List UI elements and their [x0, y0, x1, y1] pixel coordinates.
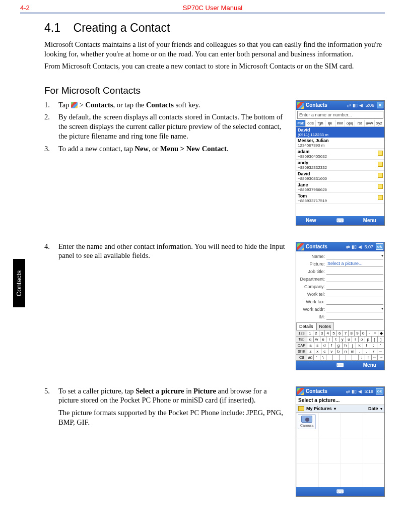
key[interactable]: n	[343, 349, 350, 355]
key[interactable]: ←	[372, 355, 378, 361]
key[interactable]: 0	[361, 330, 367, 337]
alpha-tab[interactable]: ijk	[325, 120, 335, 126]
key[interactable]: [	[372, 337, 378, 343]
picture-grid[interactable]: Camera	[296, 413, 384, 487]
key[interactable]: .	[363, 349, 370, 355]
key[interactable]: 4	[325, 330, 331, 337]
key[interactable]: 123	[296, 330, 307, 337]
key[interactable]: Shift	[296, 349, 307, 355]
key[interactable]: ◆	[378, 330, 384, 337]
key[interactable]: 7	[343, 330, 349, 337]
start-menu-icon[interactable]	[297, 102, 304, 109]
field-input[interactable]	[326, 284, 383, 290]
key[interactable]: ,	[356, 349, 363, 355]
alpha-tab[interactable]: opq	[345, 120, 355, 126]
ok-button[interactable]: ok	[376, 388, 383, 394]
alpha-tab[interactable]: rst	[355, 120, 365, 126]
key[interactable]: =	[372, 330, 378, 337]
key[interactable]: Ctl	[296, 355, 307, 361]
contact-row[interactable]: Messer, Julian1234567890 m	[296, 138, 384, 149]
key[interactable]: 1	[307, 330, 313, 337]
key[interactable]	[340, 355, 346, 361]
key[interactable]: 2	[313, 330, 319, 337]
key[interactable]: ↓	[359, 355, 365, 361]
key[interactable]: i	[352, 337, 359, 343]
alpha-tab[interactable]: xyz	[375, 120, 384, 126]
field-input[interactable]	[326, 269, 383, 275]
key[interactable]: c	[321, 349, 328, 355]
sip-toggle-icon[interactable]	[325, 489, 355, 494]
key[interactable]: CAP	[296, 343, 307, 349]
softkey-menu[interactable]: Menu	[355, 362, 384, 368]
key[interactable]: k	[356, 343, 363, 349]
key[interactable]: a	[307, 343, 314, 349]
key[interactable]: r	[326, 337, 333, 343]
contact-row[interactable]: Tom+886933717519	[296, 193, 384, 204]
key[interactable]: e	[320, 337, 327, 343]
key[interactable]: /	[370, 349, 377, 355]
key[interactable]: Tab	[296, 337, 307, 343]
key[interactable]: q	[307, 337, 314, 343]
key[interactable]	[352, 355, 359, 361]
key[interactable]: ]	[378, 337, 384, 343]
alpha-tab[interactable]: lmn	[335, 120, 345, 126]
alpha-tab[interactable]: fgh	[316, 120, 325, 126]
key[interactable]: v	[328, 349, 335, 355]
key[interactable]: j	[349, 343, 356, 349]
close-button[interactable]: X	[377, 102, 383, 108]
key[interactable]: 8	[349, 330, 355, 337]
sort-dropdown[interactable]: Date ▾	[368, 406, 382, 411]
field-input[interactable]: ▾	[326, 253, 383, 259]
field-input[interactable]	[326, 276, 383, 282]
field-input[interactable]: ▾	[326, 306, 383, 312]
contact-row[interactable]: Jane+886937986626	[296, 182, 384, 193]
key[interactable]: m	[349, 349, 356, 355]
key[interactable]: y	[340, 337, 346, 343]
alpha-index[interactable]: #abcdefghijklmnopqrstuvwxyz	[296, 120, 384, 127]
sip-toggle-icon[interactable]	[325, 218, 355, 223]
contact-row[interactable]: adam+886936455632	[296, 149, 384, 160]
key[interactable]: f	[328, 343, 335, 349]
key[interactable]: u	[346, 337, 353, 343]
sip-toggle-icon[interactable]	[325, 362, 355, 368]
key[interactable]: '	[377, 343, 384, 349]
key[interactable]: ;	[370, 343, 377, 349]
key[interactable]: b	[335, 349, 343, 355]
key[interactable]: o	[359, 337, 365, 343]
contact-row[interactable]: andy+886932332332	[296, 160, 384, 171]
alpha-tab[interactable]: cde	[306, 120, 315, 126]
key[interactable]: 9	[355, 330, 361, 337]
alpha-tab[interactable]: #ab	[296, 120, 306, 126]
ok-button[interactable]: ok	[376, 243, 383, 250]
tab-details[interactable]: Details	[296, 322, 316, 330]
key[interactable]: t	[333, 337, 340, 343]
field-input[interactable]	[326, 299, 383, 305]
key[interactable]: g	[335, 343, 343, 349]
key[interactable]: w	[314, 337, 320, 343]
start-menu-icon[interactable]	[297, 388, 304, 395]
folder-dropdown[interactable]: My Pictures ▾	[306, 406, 368, 411]
key[interactable]: p	[365, 337, 372, 343]
key[interactable]: s	[314, 343, 321, 349]
contact-row[interactable]: David+886930831600	[296, 171, 384, 182]
key[interactable]: \	[320, 355, 327, 361]
alpha-tab[interactable]: uvw	[365, 120, 374, 126]
field-input[interactable]: Select a picture...	[326, 261, 383, 267]
key[interactable]: →	[378, 355, 384, 361]
search-input[interactable]: Enter a name or number...	[297, 111, 383, 119]
key[interactable]: l	[363, 343, 370, 349]
key[interactable]: x	[314, 349, 321, 355]
key[interactable]: d	[321, 343, 328, 349]
key[interactable]: 5	[331, 330, 337, 337]
key[interactable]: h	[343, 343, 350, 349]
softkey-menu[interactable]: Menu	[355, 218, 384, 223]
key[interactable]	[326, 355, 333, 361]
key[interactable]: 6	[337, 330, 343, 337]
field-input[interactable]	[326, 314, 383, 320]
key[interactable]	[346, 355, 353, 361]
contact-row-selected[interactable]: David (0911) 112233 m	[296, 127, 384, 138]
key[interactable]: ←	[377, 349, 384, 355]
tab-notes[interactable]: Notes	[316, 322, 334, 330]
key[interactable]: z	[307, 349, 314, 355]
key[interactable]: ↑	[365, 355, 372, 361]
